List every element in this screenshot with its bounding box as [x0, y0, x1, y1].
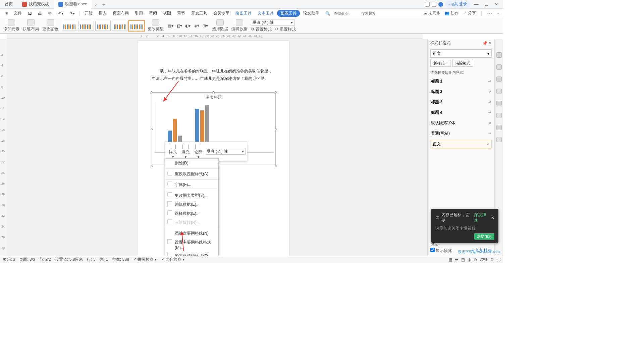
zoom-in-icon[interactable]: ⊕ [490, 257, 494, 262]
mini-style-button[interactable]: 样式▾ [167, 143, 179, 159]
style-web[interactable]: 普通(网站)↵ [430, 129, 492, 138]
pin-icon[interactable]: 📌 [482, 41, 487, 46]
change-type-button[interactable]: 更改类型 [148, 19, 164, 32]
mini-outline-button[interactable]: 轮廓▾ [192, 143, 204, 159]
ctx-font[interactable]: 字体(F)... [165, 180, 218, 189]
side-icon-4[interactable] [496, 89, 502, 94]
minimize-icon[interactable]: — [472, 1, 480, 8]
ctx-set-gridline[interactable]: 设置主要网格线格式(M)... [165, 238, 218, 252]
chart-icon-2[interactable]: ◧▾ [176, 22, 182, 29]
style-h2[interactable]: 标题 2↵ [430, 88, 492, 96]
status-words[interactable]: 字数: 888 [112, 257, 129, 262]
menu-chart[interactable]: 图表工具 [277, 10, 300, 17]
chart-style-1[interactable] [62, 21, 77, 31]
view-mode-3-icon[interactable]: ▤ [461, 257, 465, 262]
change-color-button[interactable]: 更改颜色 [42, 19, 58, 32]
ctx-set-axis[interactable]: 设置坐标轴格式(F)... [165, 252, 218, 256]
menu-draw[interactable]: 绘图工具 [233, 9, 254, 17]
ctx-select-data[interactable]: 选择数据(E)... [165, 209, 218, 218]
tab-home[interactable]: 首页 [0, 0, 17, 9]
new-style-button[interactable]: 新样式... [430, 60, 450, 67]
side-icon-1[interactable] [496, 52, 502, 58]
status-col[interactable]: 列: 1 [100, 257, 108, 262]
hamburger-icon[interactable]: ≡ [3, 10, 10, 17]
show-preview-checkbox[interactable]: 显示预览 [430, 248, 452, 253]
side-icon-3[interactable] [496, 77, 502, 82]
ctx-delete[interactable]: 删除(D) [165, 159, 218, 168]
reset-format-button[interactable]: ↺ 重置样式 [275, 27, 296, 32]
add-element-button[interactable]: 添加元素 [3, 19, 19, 32]
status-section[interactable]: 节: 2/2 [39, 257, 51, 262]
view-mode-1-icon[interactable]: ▦ [448, 257, 452, 262]
style-h1[interactable]: 标题 1↵ [430, 77, 492, 86]
status-pages[interactable]: 页面: 3/3 [19, 257, 35, 262]
grid1-icon[interactable] [425, 2, 430, 7]
mini-axis-dropdown[interactable]: 垂直 (值) 轴▾ [205, 148, 246, 155]
chart-style-gallery[interactable] [62, 21, 144, 31]
chart-style-4[interactable] [112, 21, 127, 31]
horizontal-ruler[interactable]: 42246810121416182022242628303234363840 [7, 34, 423, 39]
menu-chapter[interactable]: 章节 [174, 9, 188, 17]
collapse-ribbon-icon[interactable]: ︿ [496, 10, 500, 16]
grid2-icon[interactable] [432, 2, 436, 7]
menu-vip[interactable]: 会员专享 [211, 9, 232, 17]
chart-icon-4[interactable]: ◈▾ [193, 22, 200, 29]
share-button[interactable]: ↗ 分享 [463, 10, 476, 16]
menu-text[interactable]: 文本工具 [255, 9, 276, 17]
ctx-edit-data[interactable]: 编辑数据(E)... [165, 200, 218, 209]
status-spellcheck[interactable]: ✓ 拼写检查 ▾ [133, 257, 157, 262]
fullscreen-icon[interactable]: ⛶ [496, 257, 500, 262]
preview-icon[interactable]: 👁 [45, 10, 55, 17]
side-icon-8[interactable] [496, 137, 502, 142]
redo-icon[interactable]: ↷▾ [67, 10, 77, 17]
set-format-button[interactable]: ⚙ 设置格式 [251, 27, 272, 32]
side-icon-5[interactable] [496, 101, 502, 106]
document-area[interactable]: 246810121416182022242628303234363840 哦，年… [0, 39, 427, 256]
speedup-link[interactable]: 深度加速 [474, 212, 489, 223]
login-badge[interactable]: • 临时登录 [445, 1, 470, 8]
view-mode-2-icon[interactable]: ☰ [455, 257, 459, 262]
style-h3[interactable]: 标题 3↵ [430, 98, 492, 106]
undo-icon[interactable]: ↶▾ [55, 10, 66, 17]
close-icon[interactable]: ✕ [492, 1, 500, 8]
chart-style-5[interactable] [129, 21, 144, 31]
side-icon-7[interactable] [496, 125, 502, 130]
ctx-reset[interactable]: 重设以匹配样式(A) [165, 169, 218, 179]
maximize-icon[interactable]: ☐ [482, 1, 490, 8]
zoom-level[interactable]: 72% [480, 257, 488, 262]
style-body[interactable]: 正文↵ [430, 140, 492, 149]
zoom-out-icon[interactable]: ⊖ [474, 257, 477, 262]
quick-layout-button[interactable]: 快速布局 [23, 19, 39, 32]
menu-dev[interactable]: 开发工具 [189, 9, 210, 17]
axis-dropdown[interactable]: 垂直 (值) 轴▾ [251, 19, 294, 26]
chart-icon-1[interactable]: ▦▾ [167, 22, 174, 29]
toast-close-icon[interactable]: ✕ [491, 215, 494, 220]
select-data-button[interactable]: 选择数据 [212, 19, 228, 32]
chart-icon-5[interactable]: ⊞▾ [202, 22, 209, 29]
edit-data-button[interactable]: 编辑数据 [231, 19, 248, 32]
speedup-button[interactable]: 深度加速 [474, 233, 494, 240]
ctx-change-type[interactable]: 更改图表类型(Y)... [165, 191, 218, 200]
chart-icon-3[interactable]: ◐▾ [184, 22, 191, 29]
menu-insert[interactable]: 插入 [96, 9, 109, 17]
menu-view[interactable]: 视图 [160, 9, 174, 17]
current-style-dropdown[interactable]: 正文▾ [430, 49, 492, 58]
collab-button[interactable]: 👥 协作 [444, 10, 459, 16]
status-position[interactable]: 设置值: 5.8厘米 [55, 257, 83, 262]
style-h4[interactable]: 标题 4↵ [430, 108, 492, 117]
side-icon-2[interactable] [496, 64, 502, 70]
tab-template[interactable]: 找稻壳模板 [17, 0, 54, 9]
menu-thesis[interactable]: 论文助手 [301, 9, 322, 17]
tab-document[interactable]: 盼望着.docx [54, 0, 92, 9]
status-contentcheck[interactable]: ✓ 内容检查 ▾ [161, 257, 185, 262]
menu-review[interactable]: 审阅 [146, 9, 160, 17]
chart-style-2[interactable] [78, 21, 94, 31]
tab-add-icon[interactable]: + [100, 2, 108, 7]
file-menu[interactable]: 文件 [11, 9, 24, 17]
meeting-icon[interactable] [438, 2, 443, 7]
menu-start[interactable]: 开始 [82, 9, 95, 17]
print-icon[interactable]: 🖶 [35, 10, 45, 17]
save-icon[interactable]: 🖫 [25, 10, 35, 17]
status-page[interactable]: 页码: 3 [3, 257, 15, 262]
mini-fill-button[interactable]: 填充▾ [179, 143, 192, 159]
